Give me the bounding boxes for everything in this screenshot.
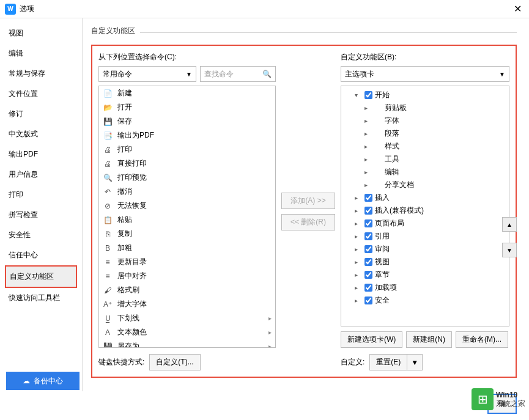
sidebar-item-security[interactable]: 安全性: [5, 225, 77, 245]
sidebar-item-file-location[interactable]: 文件位置: [5, 84, 77, 104]
backup-center-button[interactable]: ☁ 备份中心: [6, 372, 80, 390]
reset-button[interactable]: 重置(E): [369, 354, 407, 370]
expander-icon[interactable]: ▸: [355, 220, 362, 227]
expander-icon[interactable]: ▸: [355, 259, 362, 265]
command-item[interactable]: A⁺增大字体: [99, 297, 275, 311]
command-item[interactable]: 📋粘贴: [99, 213, 275, 227]
tab-checkbox[interactable]: [364, 194, 372, 202]
section-divider: [140, 32, 517, 33]
tab-checkbox[interactable]: [364, 232, 372, 240]
command-item[interactable]: 🔍打印预览: [99, 171, 275, 185]
command-item[interactable]: 🖌格式刷: [99, 283, 275, 297]
tree-item[interactable]: ▸审阅: [341, 243, 509, 256]
tree-item[interactable]: ▸分享文档: [341, 179, 509, 191]
expander-icon[interactable]: ▸: [355, 246, 362, 252]
tree-item[interactable]: ▸样式: [341, 140, 509, 153]
tab-checkbox[interactable]: [364, 219, 372, 227]
tree-item[interactable]: ▸引用: [341, 230, 509, 243]
expander-icon[interactable]: ▸: [364, 156, 372, 163]
tree-item[interactable]: ▸插入: [341, 191, 509, 204]
command-item[interactable]: ↶撤消: [99, 185, 275, 199]
sidebar-item-spellcheck[interactable]: 拼写检查: [5, 205, 77, 225]
sidebar-item-output-pdf[interactable]: 输出PDF: [5, 144, 77, 164]
customize-shortcut-button[interactable]: 自定义(T)...: [149, 354, 200, 370]
expander-icon[interactable]: ▸: [364, 105, 372, 111]
tree-item[interactable]: ▸编辑: [341, 166, 509, 179]
tree-item[interactable]: ▸章节: [341, 268, 509, 281]
tab-checkbox[interactable]: [364, 284, 372, 292]
tree-item[interactable]: ▸加载项: [341, 281, 509, 294]
tree-item[interactable]: ▸视图: [341, 256, 509, 268]
remove-command-button[interactable]: << 删除(R): [281, 214, 335, 230]
close-icon[interactable]: ✕: [511, 3, 524, 15]
sidebar-item-cn-layout[interactable]: 中文版式: [5, 124, 77, 144]
add-command-button[interactable]: 添加(A) >>: [281, 193, 335, 209]
tree-item[interactable]: ▸安全: [341, 294, 509, 307]
choose-commands-label: 从下列位置选择命令(C):: [98, 52, 276, 62]
expander-icon[interactable]: ▸: [355, 271, 362, 278]
tree-item[interactable]: ▾开始: [341, 89, 509, 101]
tree-item[interactable]: ▸插入(兼容模式): [341, 204, 509, 217]
expander-icon[interactable]: ▸: [364, 117, 372, 124]
new-group-button[interactable]: 新建组(N): [406, 331, 452, 348]
command-item[interactable]: ≡居中对齐: [99, 269, 275, 283]
sidebar-item-revision[interactable]: 修订: [5, 104, 77, 124]
command-item[interactable]: ⎘复制: [99, 227, 275, 241]
tree-item[interactable]: ▸页面布局: [341, 217, 509, 230]
command-item[interactable]: A文本颜色▸: [99, 325, 275, 339]
rename-button[interactable]: 重命名(M)...: [456, 331, 508, 348]
move-down-button[interactable]: ▼: [502, 243, 517, 257]
move-up-button[interactable]: ▲: [502, 217, 517, 232]
command-item[interactable]: ⊘无法恢复: [99, 199, 275, 213]
tab-checkbox[interactable]: [364, 258, 372, 266]
ribbon-scope-dropdown[interactable]: 主选项卡▼: [341, 66, 509, 82]
command-item[interactable]: ≡更新目录: [99, 255, 275, 269]
expander-icon[interactable]: ▸: [355, 233, 362, 240]
section-title: 自定义功能区: [91, 26, 135, 36]
command-item[interactable]: 💾另存为▸: [99, 339, 275, 348]
command-item[interactable]: U̲下划线▸: [99, 311, 275, 325]
new-tab-button[interactable]: 新建选项卡(W): [341, 331, 402, 348]
commands-listbox[interactable]: 📄新建📂打开💾保存📑输出为PDF🖨打印🖨直接打印🔍打印预览↶撤消⊘无法恢复📋粘贴…: [98, 86, 276, 348]
command-item[interactable]: 📂打开: [99, 100, 275, 114]
tab-checkbox[interactable]: [364, 297, 372, 304]
watermark: ⊞ Win10系统之家: [472, 388, 525, 410]
watermark-logo-icon: ⊞: [472, 388, 494, 410]
command-item[interactable]: 🖨直接打印: [99, 157, 275, 171]
expander-icon[interactable]: ▸: [364, 143, 372, 150]
sidebar-item-customize-ribbon[interactable]: 自定义功能区: [5, 265, 77, 288]
tree-item[interactable]: ▸字体: [341, 114, 509, 127]
command-item[interactable]: 📄新建: [99, 86, 275, 100]
sidebar-item-view[interactable]: 视图: [5, 23, 77, 43]
sidebar-item-general-save[interactable]: 常规与保存: [5, 64, 77, 84]
expander-icon[interactable]: ▸: [355, 194, 362, 201]
expander-icon[interactable]: ▸: [355, 297, 362, 304]
reset-dropdown-button[interactable]: ▼: [407, 354, 423, 370]
sidebar-item-print[interactable]: 打印: [5, 185, 77, 205]
command-item[interactable]: 💾保存: [99, 114, 275, 128]
tree-item[interactable]: ▸工具: [341, 153, 509, 166]
expander-icon[interactable]: ▸: [355, 284, 362, 291]
expander-icon[interactable]: ▸: [364, 182, 372, 188]
ribbon-tree[interactable]: ▾开始▸剪贴板▸字体▸段落▸样式▸工具▸编辑▸分享文档▸插入▸插入(兼容模式)▸…: [341, 86, 509, 326]
search-icon: 🔍: [262, 70, 272, 78]
sidebar-item-quick-access[interactable]: 快速访问工具栏: [5, 288, 77, 308]
command-item[interactable]: B加粗: [99, 241, 275, 255]
sidebar-item-user-info[interactable]: 用户信息: [5, 164, 77, 185]
expander-icon[interactable]: ▾: [355, 92, 362, 98]
tab-checkbox[interactable]: [364, 91, 372, 99]
tree-item[interactable]: ▸段落: [341, 127, 509, 140]
search-commands-input[interactable]: 查找命令 🔍: [200, 66, 276, 82]
expander-icon[interactable]: ▸: [355, 207, 362, 214]
commands-source-dropdown[interactable]: 常用命令▼: [98, 66, 196, 82]
sidebar-item-trust-center[interactable]: 信任中心: [5, 245, 77, 265]
tree-item[interactable]: ▸剪贴板: [341, 101, 509, 114]
command-item[interactable]: 🖨打印: [99, 142, 275, 157]
expander-icon[interactable]: ▸: [364, 169, 372, 175]
tab-checkbox[interactable]: [364, 245, 372, 253]
tab-checkbox[interactable]: [364, 207, 372, 215]
tab-checkbox[interactable]: [364, 271, 372, 279]
sidebar-item-edit[interactable]: 编辑: [5, 43, 77, 64]
command-item[interactable]: 📑输出为PDF: [99, 128, 275, 142]
expander-icon[interactable]: ▸: [364, 130, 372, 137]
